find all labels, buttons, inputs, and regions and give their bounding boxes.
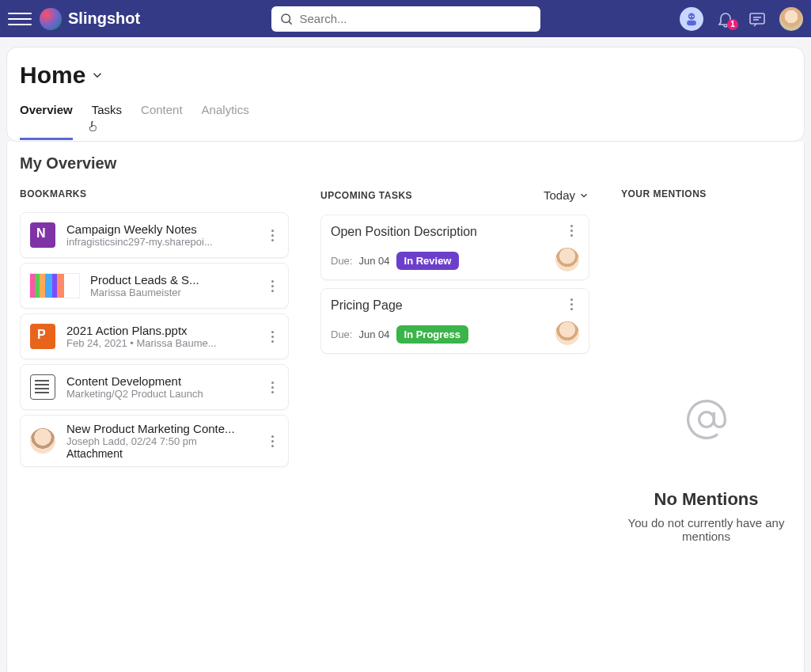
bookmarks-column: BOOKMARKS Campaign Weekly Notes infragis… <box>20 188 289 543</box>
chat-icon <box>748 9 767 28</box>
search-icon <box>279 12 294 26</box>
overview-columns: BOOKMARKS Campaign Weekly Notes infragis… <box>20 188 791 543</box>
status-badge: In Progress <box>396 325 469 344</box>
topnav-right: 1 <box>680 7 803 31</box>
tabs: Overview Tasks Content Analytics <box>7 93 804 141</box>
top-nav: Slingshot 1 <box>0 0 811 37</box>
tab-analytics[interactable]: Analytics <box>202 103 249 140</box>
svg-point-9 <box>699 412 714 427</box>
task-menu-button[interactable] <box>562 225 581 237</box>
cursor-pointer-icon <box>87 120 100 134</box>
svg-line-1 <box>289 21 291 24</box>
notifications-button[interactable]: 1 <box>716 9 735 28</box>
powerpoint-icon <box>27 321 59 352</box>
svg-point-5 <box>692 15 694 17</box>
bookmark-item[interactable]: Content Development Marketing/Q2 Product… <box>20 364 289 410</box>
task-menu-button[interactable] <box>562 298 581 310</box>
search-field[interactable] <box>271 6 540 32</box>
content-card: My Overview BOOKMARKS Campaign Weekly No… <box>6 142 805 672</box>
page-title-row: Home <box>7 47 804 93</box>
tasks-filter-dropdown[interactable]: Today <box>544 188 589 202</box>
page-header-card: Home Overview Tasks Content Analytics <box>6 47 805 142</box>
bookmark-subtitle: infragisticsinc297-my.sharepoi... <box>66 236 255 248</box>
bookmark-item[interactable]: Campaign Weekly Notes infragisticsinc297… <box>20 212 289 258</box>
bookmark-subtitle: Marissa Baumeister <box>90 287 255 298</box>
svg-rect-3 <box>687 20 696 25</box>
search-input[interactable] <box>300 12 532 25</box>
brand[interactable]: Slingshot <box>40 8 140 30</box>
task-due-label: Due: <box>331 255 352 267</box>
at-sign-icon <box>621 397 791 442</box>
tasks-heading: UPCOMING TASKS <box>320 190 412 201</box>
assignee-avatar[interactable] <box>555 321 579 345</box>
bookmark-item[interactable]: 2021 Action Plans.pptx Feb 24, 2021 • Ma… <box>20 313 289 359</box>
bookmark-menu-button[interactable] <box>263 280 282 292</box>
brand-logo-icon <box>40 8 62 30</box>
svg-rect-6 <box>750 13 764 24</box>
assistant-avatar-icon[interactable] <box>680 7 703 31</box>
bookmark-title: 2021 Action Plans.pptx <box>66 324 255 337</box>
search-wrap <box>271 6 540 32</box>
bookmark-menu-button[interactable] <box>263 331 282 343</box>
tab-tasks[interactable]: Tasks <box>92 103 122 140</box>
section-title: My Overview <box>20 154 791 173</box>
bookmark-subtitle: Feb 24, 2021 • Marissa Baume... <box>66 337 255 349</box>
bookmark-menu-button[interactable] <box>263 382 282 393</box>
task-title: Pricing Page <box>331 298 579 313</box>
tab-tasks-label: Tasks <box>92 103 122 116</box>
person-avatar-icon <box>27 425 59 457</box>
mentions-empty-title: No Mentions <box>621 489 791 510</box>
bookmark-title: Content Development <box>66 374 255 388</box>
page-title[interactable]: Home <box>20 62 85 89</box>
chart-thumbnail-icon <box>27 270 82 302</box>
chevron-down-icon <box>578 190 589 201</box>
tasks-column: UPCOMING TASKS Today Open Position Descr… <box>320 188 589 543</box>
bot-face-icon <box>684 11 699 27</box>
mentions-column: YOUR MENTIONS No Mentions You do not cur… <box>621 188 791 543</box>
mentions-heading: YOUR MENTIONS <box>621 188 791 199</box>
mentions-empty-subtitle: You do not currently have any mentions <box>621 516 791 543</box>
tasks-heading-row: UPCOMING TASKS Today <box>320 188 589 202</box>
notification-badge: 1 <box>727 19 738 30</box>
mentions-empty-state: No Mentions You do not currently have an… <box>621 397 791 543</box>
bookmarks-heading: BOOKMARKS <box>20 188 289 199</box>
onenote-icon <box>27 219 59 251</box>
bookmark-title: Campaign Weekly Notes <box>66 222 255 236</box>
task-due-label: Due: <box>331 328 352 340</box>
assignee-avatar[interactable] <box>555 248 579 271</box>
bookmark-subtitle2: Attachment <box>66 447 255 460</box>
tab-content[interactable]: Content <box>141 103 183 140</box>
bookmark-subtitle: Joseph Ladd, 02/24 7:50 pm <box>66 435 255 447</box>
bookmark-title: Product Leads & S... <box>90 273 255 287</box>
user-avatar[interactable] <box>779 7 803 31</box>
bookmark-menu-button[interactable] <box>263 435 282 447</box>
svg-point-0 <box>282 14 290 23</box>
bookmarks-list: Campaign Weekly Notes infragisticsinc297… <box>20 212 289 467</box>
status-badge: In Review <box>396 252 460 270</box>
chevron-down-icon[interactable] <box>90 68 104 82</box>
bookmark-menu-button[interactable] <box>263 230 282 241</box>
bookmark-item[interactable]: New Product Marketing Conte... Joseph La… <box>20 415 289 467</box>
hamburger-menu-icon[interactable] <box>8 7 32 31</box>
task-due-value: Jun 04 <box>358 255 389 267</box>
tab-overview[interactable]: Overview <box>20 103 73 140</box>
bookmark-subtitle: Marketing/Q2 Product Launch <box>66 388 255 400</box>
svg-point-2 <box>688 13 695 19</box>
messages-button[interactable] <box>748 9 767 28</box>
tasks-filter-label: Today <box>544 188 575 202</box>
task-title: Open Position Description <box>331 225 579 239</box>
svg-point-4 <box>690 15 692 17</box>
brand-name: Slingshot <box>68 9 140 28</box>
document-icon <box>27 371 59 403</box>
bookmark-item[interactable]: Product Leads & S... Marissa Baumeister <box>20 263 289 309</box>
task-item[interactable]: Open Position Description Due: Jun 04 In… <box>320 215 589 280</box>
task-item[interactable]: Pricing Page Due: Jun 04 In Progress <box>320 288 589 354</box>
task-due-value: Jun 04 <box>358 328 389 340</box>
bookmark-title: New Product Marketing Conte... <box>66 422 255 435</box>
